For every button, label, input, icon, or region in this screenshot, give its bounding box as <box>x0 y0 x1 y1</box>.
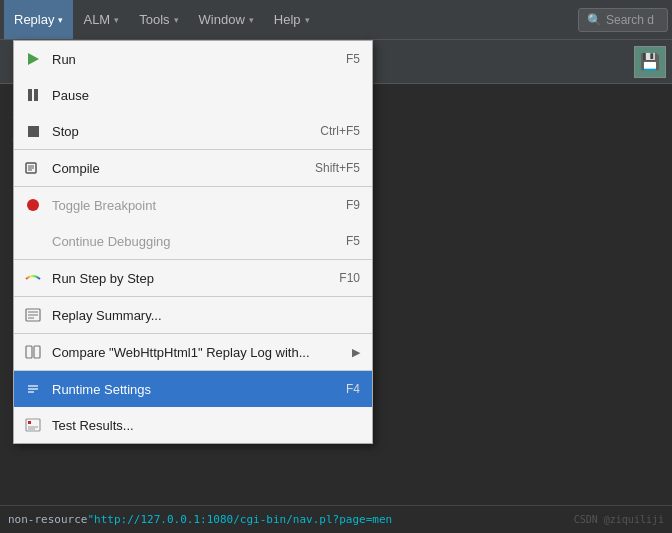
menu-item-help[interactable]: Help ▾ <box>264 0 320 39</box>
toolbar-right: 💾 <box>632 46 668 78</box>
window-label: Window <box>199 12 245 27</box>
toggle-breakpoint-shortcut: F9 <box>346 198 360 212</box>
menu-item-alm[interactable]: ALM ▾ <box>73 0 129 39</box>
section-compile-group: Compile Shift+F5 <box>14 150 372 187</box>
compare-submenu-arrow: ▶ <box>352 346 360 359</box>
stop-shortcut: Ctrl+F5 <box>320 124 360 138</box>
menu-bar-right: 🔍 Search d <box>578 8 668 32</box>
menu-stop[interactable]: Stop Ctrl+F5 <box>14 113 372 149</box>
section-debug-group: Toggle Breakpoint F9 Continue Debugging … <box>14 187 372 260</box>
stop-icon <box>22 120 44 142</box>
menu-toggle-breakpoint[interactable]: Toggle Breakpoint F9 <box>14 187 372 223</box>
section-summary-group: Replay Summary... <box>14 297 372 334</box>
alm-arrow: ▾ <box>114 15 119 25</box>
step-icon <box>22 267 44 289</box>
section-settings-group: Runtime Settings F4 Test Results... <box>14 371 372 443</box>
menu-item-window[interactable]: Window ▾ <box>189 0 264 39</box>
run-step-shortcut: F10 <box>339 271 360 285</box>
menu-bar: Replay ▾ ALM ▾ Tools ▾ Window ▾ Help ▾ 🔍… <box>0 0 672 40</box>
runtime-settings-shortcut: F4 <box>346 382 360 396</box>
menu-compare[interactable]: Compare "WebHttpHtml1" Replay Log with..… <box>14 334 372 370</box>
menu-item-replay[interactable]: Replay ▾ <box>4 0 73 39</box>
replay-label: Replay <box>14 12 54 27</box>
svg-rect-3 <box>28 126 39 137</box>
toggle-breakpoint-label: Toggle Breakpoint <box>52 198 346 213</box>
test-results-label: Test Results... <box>52 418 360 433</box>
replay-summary-label: Replay Summary... <box>52 308 360 323</box>
continue-debug-icon <box>22 230 44 252</box>
menu-compile[interactable]: Compile Shift+F5 <box>14 150 372 186</box>
runtime-settings-label: Runtime Settings <box>52 382 346 397</box>
svg-rect-13 <box>26 346 32 358</box>
alm-label: ALM <box>83 12 110 27</box>
help-arrow: ▾ <box>305 15 310 25</box>
compare-icon <box>22 341 44 363</box>
section-run-group: Run F5 Pause Stop Ctrl+F5 <box>14 41 372 150</box>
svg-point-8 <box>27 199 39 211</box>
svg-rect-14 <box>34 346 40 358</box>
stop-label: Stop <box>52 124 320 139</box>
compile-shortcut: Shift+F5 <box>315 161 360 175</box>
section-step-group: Run Step by Step F10 <box>14 260 372 297</box>
section-compare-group: Compare "WebHttpHtml1" Replay Log with..… <box>14 334 372 371</box>
svg-rect-2 <box>34 89 38 101</box>
bottom-static-text: non-resource <box>8 513 87 526</box>
bottom-bar: non-resource "http://127.0.0.1:1080/cgi-… <box>0 505 672 533</box>
window-arrow: ▾ <box>249 15 254 25</box>
search-placeholder: Search d <box>606 13 654 27</box>
continue-debugging-shortcut: F5 <box>346 234 360 248</box>
compile-icon <box>22 157 44 179</box>
svg-rect-1 <box>28 89 32 101</box>
watermark-text: CSDN @ziquiliji <box>574 514 664 525</box>
menu-test-results[interactable]: Test Results... <box>14 407 372 443</box>
breakpoint-icon <box>22 194 44 216</box>
run-icon <box>22 48 44 70</box>
pause-icon <box>22 84 44 106</box>
svg-rect-20 <box>28 421 31 424</box>
save-button[interactable]: 💾 <box>634 46 666 78</box>
tools-arrow: ▾ <box>174 15 179 25</box>
menu-continue-debugging[interactable]: Continue Debugging F5 <box>14 223 372 259</box>
tools-label: Tools <box>139 12 169 27</box>
menu-item-tools[interactable]: Tools ▾ <box>129 0 188 39</box>
menu-replay-summary[interactable]: Replay Summary... <box>14 297 372 333</box>
help-label: Help <box>274 12 301 27</box>
replay-dropdown: Run F5 Pause Stop Ctrl+F5 <box>13 40 373 444</box>
menu-run[interactable]: Run F5 <box>14 41 372 77</box>
replay-arrow: ▾ <box>58 15 63 25</box>
runtime-settings-icon <box>22 378 44 400</box>
run-shortcut: F5 <box>346 52 360 66</box>
menu-run-step[interactable]: Run Step by Step F10 <box>14 260 372 296</box>
search-box[interactable]: 🔍 Search d <box>578 8 668 32</box>
test-results-icon <box>22 414 44 436</box>
summary-icon <box>22 304 44 326</box>
search-icon: 🔍 <box>587 13 602 27</box>
menu-pause[interactable]: Pause <box>14 77 372 113</box>
bottom-url-text: "http://127.0.0.1:1080/cgi-bin/nav.pl?pa… <box>87 513 392 526</box>
run-step-label: Run Step by Step <box>52 271 339 286</box>
compare-label: Compare "WebHttpHtml1" Replay Log with..… <box>52 345 344 360</box>
compile-label: Compile <box>52 161 315 176</box>
run-label: Run <box>52 52 346 67</box>
pause-label: Pause <box>52 88 360 103</box>
menu-runtime-settings[interactable]: Runtime Settings F4 <box>14 371 372 407</box>
svg-marker-0 <box>28 53 39 65</box>
continue-debugging-label: Continue Debugging <box>52 234 346 249</box>
